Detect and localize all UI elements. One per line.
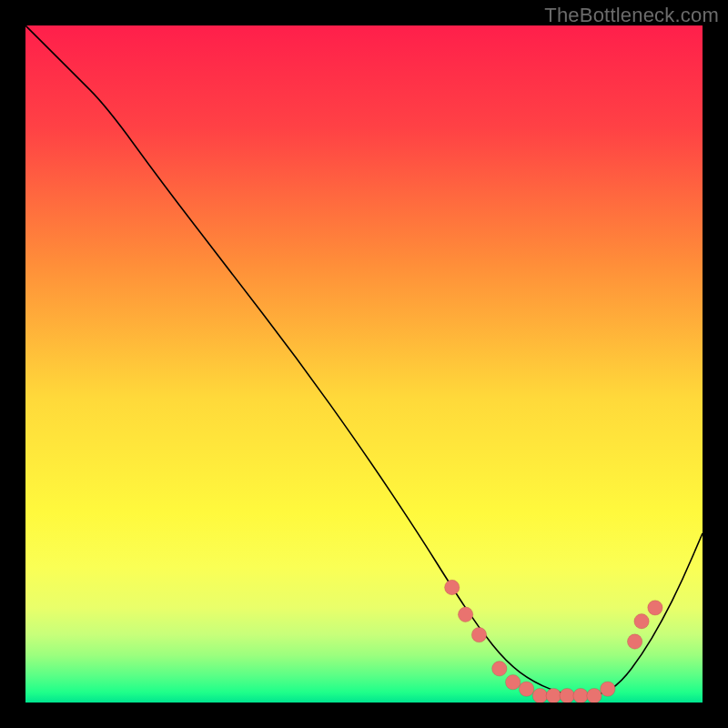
chart-overlay bbox=[25, 25, 703, 703]
curve-marker bbox=[471, 627, 486, 642]
curve-marker bbox=[587, 688, 602, 703]
curve-marker bbox=[627, 634, 642, 649]
curve-marker bbox=[648, 601, 662, 615]
curve-marker bbox=[573, 688, 588, 703]
bottleneck-curve bbox=[25, 25, 703, 696]
watermark-text: TheBottleneck.com bbox=[544, 4, 719, 27]
curve-marker bbox=[546, 688, 561, 703]
curve-marker bbox=[634, 614, 649, 629]
curve-markers bbox=[445, 580, 663, 703]
curve-marker bbox=[519, 682, 533, 696]
curve-marker bbox=[532, 688, 547, 703]
curve-marker bbox=[445, 580, 460, 594]
curve-marker bbox=[601, 682, 615, 696]
chart-frame: TheBottleneck.com bbox=[0, 0, 728, 728]
curve-marker bbox=[492, 662, 507, 676]
curve-marker bbox=[458, 607, 472, 622]
plot-area bbox=[25, 25, 703, 703]
curve-marker bbox=[505, 674, 520, 689]
curve-marker bbox=[560, 688, 574, 703]
